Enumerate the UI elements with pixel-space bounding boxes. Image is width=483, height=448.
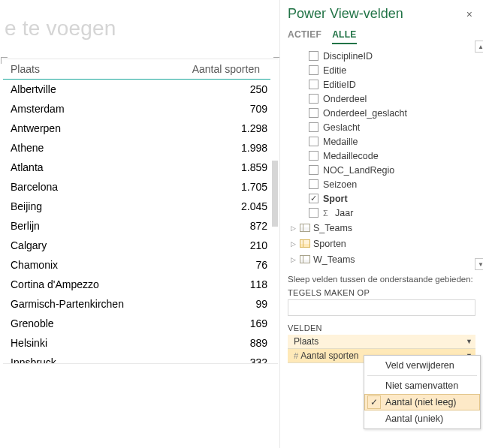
chevron-down-icon[interactable]: ▼ bbox=[466, 338, 472, 345]
column-header-count[interactable]: Aantal sporten bbox=[182, 63, 264, 75]
zone-label-tiles: TEGELS MAKEN OP bbox=[288, 288, 475, 297]
field-checkbox[interactable]: ΣJaar bbox=[292, 206, 475, 220]
sigma-icon: Σ bbox=[323, 209, 331, 218]
table-row[interactable]: Cortina d'Ampezzo118 bbox=[3, 275, 278, 294]
table-row[interactable]: Helsinki889 bbox=[3, 333, 278, 353]
table-row[interactable]: Grenoble169 bbox=[3, 314, 278, 333]
resize-handle-tl[interactable] bbox=[1, 57, 8, 64]
table-header-row: Plaats Aantal sporten bbox=[3, 59, 270, 80]
fields-list: DisciplineID Editie EditieID Onderdeel O… bbox=[292, 49, 475, 267]
column-header-place[interactable]: Plaats bbox=[11, 63, 182, 75]
field-checkbox[interactable]: Medaille bbox=[292, 134, 475, 149]
field-checkbox[interactable]: NOC_LandRegio bbox=[292, 163, 475, 177]
field-checkbox[interactable]: DisciplineID bbox=[292, 49, 475, 63]
table-row[interactable]: Beijing2.045 bbox=[3, 197, 278, 216]
report-canvas: e te voegen Plaats Aantal sporten Albert… bbox=[0, 0, 278, 448]
table-row[interactable]: Innsbruck332 bbox=[3, 353, 278, 363]
field-checkbox[interactable]: Editie bbox=[292, 63, 475, 77]
chevron-right-icon: ▷ bbox=[291, 224, 297, 232]
chevron-right-icon: ▷ bbox=[291, 256, 297, 263]
table-row[interactable]: Atlanta1.859 bbox=[3, 158, 278, 177]
table-icon bbox=[300, 224, 310, 232]
canvas-title: e te voegen bbox=[0, 0, 278, 59]
table-row[interactable]: Amsterdam709 bbox=[3, 99, 278, 119]
menu-item-remove-field[interactable]: Veld verwijderen bbox=[364, 357, 480, 374]
data-table[interactable]: Plaats Aantal sporten Albertville250 Ams… bbox=[3, 59, 278, 364]
zone-label-fields: VELDEN bbox=[288, 323, 475, 332]
pane-tabs: ACTIEF ALLE bbox=[288, 29, 475, 44]
close-icon[interactable]: × bbox=[463, 7, 475, 22]
table-row[interactable]: Garmisch-Partenkirchen99 bbox=[3, 294, 278, 314]
field-checkbox[interactable]: Onderdeel_geslacht bbox=[292, 106, 475, 120]
field-chip-plaats[interactable]: Plaats ▼ bbox=[288, 335, 475, 349]
table-node[interactable]: ▷S_Teams bbox=[291, 220, 475, 236]
chevron-right-icon: ▷ bbox=[291, 240, 297, 248]
tab-active[interactable]: ACTIEF bbox=[288, 29, 321, 44]
table-body: Albertville250 Amsterdam709 Antwerpen1.2… bbox=[3, 80, 278, 363]
table-node[interactable]: ▷W_Teams bbox=[291, 251, 475, 267]
table-row[interactable]: Berlijn872 bbox=[3, 216, 278, 236]
instruction-text: Sleep velden tussen de onderstaande gebi… bbox=[288, 275, 475, 284]
field-checkbox[interactable]: Geslacht bbox=[292, 120, 475, 134]
scroll-down-icon[interactable]: ▼ bbox=[475, 258, 483, 270]
table-node[interactable]: ▷Sporten bbox=[291, 236, 475, 251]
table-row[interactable]: Calgary210 bbox=[3, 236, 278, 255]
menu-item-count-not-empty[interactable]: ✓Aantal (niet leeg) bbox=[364, 394, 480, 410]
table-icon bbox=[300, 239, 310, 248]
scrollbar-thumb[interactable] bbox=[272, 161, 278, 227]
pane-title: Power View-velden bbox=[288, 6, 403, 22]
tab-all[interactable]: ALLE bbox=[332, 29, 357, 44]
field-checkbox[interactable]: Medaillecode bbox=[292, 149, 475, 163]
field-checkbox[interactable]: EditieID bbox=[292, 77, 475, 92]
field-context-menu: Veld verwijderen Niet samenvatten ✓Aanta… bbox=[364, 355, 481, 429]
menu-separator bbox=[367, 375, 477, 376]
table-row[interactable]: Barcelona1.705 bbox=[3, 177, 278, 197]
field-checkbox[interactable]: Onderdeel bbox=[292, 92, 475, 106]
check-icon: ✓ bbox=[367, 395, 381, 409]
field-checkbox[interactable]: Seizoen bbox=[292, 177, 475, 191]
table-row[interactable]: Athene1.998 bbox=[3, 138, 278, 158]
table-row[interactable]: Chamonix76 bbox=[3, 255, 278, 275]
field-checkbox[interactable]: Sport bbox=[292, 191, 475, 206]
table-icon bbox=[300, 255, 310, 263]
tiles-drop-zone[interactable] bbox=[288, 299, 475, 316]
scroll-up-icon[interactable]: ▲ bbox=[475, 41, 483, 53]
menu-item-no-summary[interactable]: Niet samenvatten bbox=[364, 377, 480, 394]
menu-item-count-unique[interactable]: Aantal (uniek) bbox=[364, 410, 480, 427]
table-row[interactable]: Albertville250 bbox=[3, 80, 278, 99]
table-row[interactable]: Antwerpen1.298 bbox=[3, 119, 278, 138]
